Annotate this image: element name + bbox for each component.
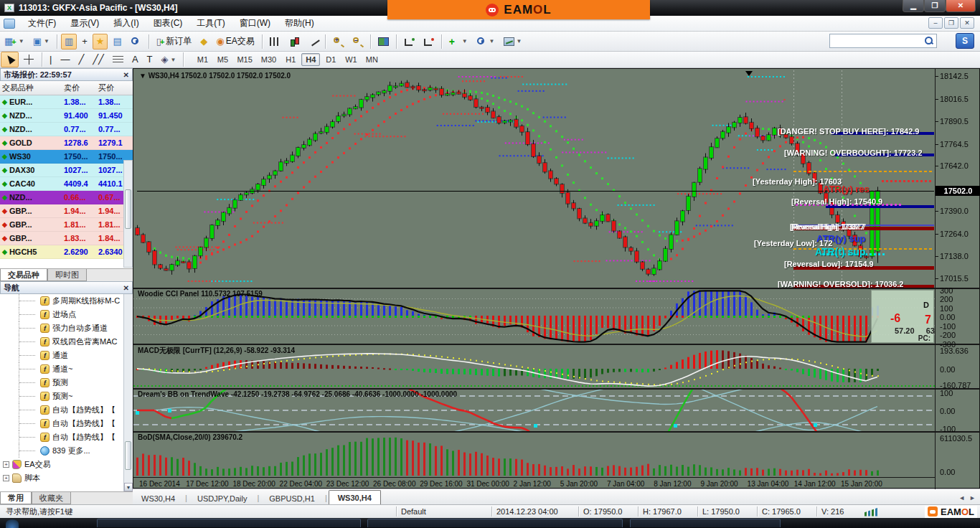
market-watch-col-0[interactable]: 交易品种 [0, 82, 64, 93]
horizontal-line-tool[interactable]: — [57, 52, 73, 67]
market-watch-col-2[interactable]: 买价 [98, 82, 133, 93]
market-watch-row-eur[interactable]: ◆EUR...1.38...1.38... [0, 95, 133, 109]
menu-item-1[interactable]: 显示(V) [63, 15, 106, 32]
periods-button[interactable]: ▼ [473, 34, 499, 50]
market-watch-row-nzd[interactable]: ◆NZD...91.40091.450 [0, 109, 133, 123]
navigator-tab-0[interactable]: 常用 [0, 492, 32, 504]
navigator-item[interactable]: 839 更多... [0, 444, 133, 458]
taskbar-item[interactable] [367, 519, 623, 527]
community-chat-button[interactable]: S [956, 33, 974, 49]
market-watch-row-gold[interactable]: ◆GOLD1278.61279.1 [0, 136, 133, 150]
navigator-toggle[interactable]: ★ [93, 34, 108, 50]
market-watch-col-1[interactable]: 卖价 [64, 82, 98, 93]
cursor-move-toggle[interactable]: + [78, 34, 91, 50]
cursor-tool[interactable] [1, 52, 19, 67]
time-axis[interactable]: 16 Dec 201417 Dec 12:0018 Dec 20:0022 De… [133, 477, 935, 489]
navigator-item[interactable]: f预测~ [0, 390, 133, 403]
new-order-button[interactable]: ▯+新订单 [153, 34, 196, 50]
text-tool[interactable]: A [128, 52, 142, 67]
profiles-button[interactable]: ▣▼ [29, 34, 53, 50]
menu-item-0[interactable]: 文件(F) [21, 15, 63, 32]
chart-tab-1[interactable]: USDJPY,Daily [189, 492, 256, 504]
navigator-item[interactable]: f进场点 [0, 308, 133, 321]
candle-chart-button[interactable] [286, 34, 303, 50]
taskbar[interactable] [0, 518, 980, 528]
taskbar-item[interactable] [97, 519, 361, 527]
chart-tab-2[interactable]: GBPUSD,H1 [260, 492, 324, 504]
navigator-item[interactable]: f通道~ [0, 362, 133, 376]
timeframe-w1[interactable]: W1 [341, 53, 361, 66]
menu-item-3[interactable]: 图表(C) [146, 15, 190, 32]
timeframe-m30[interactable]: M30 [258, 53, 280, 66]
navigator-tab-1[interactable]: 收藏夹 [32, 492, 71, 504]
indicators-button[interactable]: +▼ [446, 34, 471, 50]
menu-item-5[interactable]: 窗口(W) [232, 15, 278, 32]
navigator-item[interactable]: f自动【趋势线】【 [0, 417, 133, 430]
navigator-item[interactable]: f多周期K线指标M-C [0, 294, 133, 308]
timeframe-m5[interactable]: M5 [213, 53, 232, 66]
terminal-toggle[interactable]: ▤ [109, 34, 125, 50]
menu-item-2[interactable]: 插入(I) [106, 15, 146, 32]
market-watch-row-nzd[interactable]: ◆NZD...0.66...0.67... [0, 191, 133, 204]
tab-scroll-left-icon[interactable]: ◄ [958, 494, 965, 501]
timeframe-h4[interactable]: H4 [301, 53, 320, 66]
menu-item-6[interactable]: 帮助(H) [278, 15, 321, 32]
navigator-close-icon[interactable]: ✕ [123, 284, 129, 292]
restore-button[interactable]: ❐ [924, 0, 946, 12]
navigator-item[interactable]: f自动【趋势线】【 [0, 403, 133, 417]
status-profile[interactable]: Default [401, 507, 487, 516]
timeframe-m1[interactable]: M1 [193, 53, 212, 66]
navigator-item[interactable]: f强力自动多通道 [0, 321, 133, 335]
auto-scroll-toggle[interactable] [400, 34, 418, 50]
navigator-item[interactable]: +EA交易 [0, 458, 133, 471]
line-chart-button[interactable] [305, 34, 321, 50]
shapes-tool[interactable]: ◈▼ [158, 52, 180, 67]
market-watch-row-gbp[interactable]: ◆GBP...1.83...1.84... [0, 232, 133, 245]
fibonacci-tool[interactable] [109, 52, 127, 67]
bod-canvas[interactable] [133, 432, 935, 477]
zoom-in-button[interactable]: + [329, 34, 347, 50]
chart-window[interactable]: ▼ WS30,H4 17502.0 17502.0 17502.0 17502.… [133, 68, 980, 489]
market-watch-header[interactable]: 市场报价: 22:59:57 ✕ [0, 68, 133, 81]
strategy-tester-toggle[interactable] [127, 34, 145, 50]
ea-trading-toggle[interactable]: ◉EA交易 [212, 34, 258, 50]
market-watch-row-dax30[interactable]: ◆DAX301027...1027... [0, 164, 133, 177]
trendline-tool[interactable]: ╱ [75, 52, 88, 67]
bar-chart-button[interactable] [266, 34, 284, 50]
market-watch-close-icon[interactable]: ✕ [123, 71, 129, 79]
timeframe-h1[interactable]: H1 [281, 53, 300, 66]
timeframe-d1[interactable]: D1 [321, 53, 340, 66]
market-watch-row-gbp[interactable]: ◆GBP...1.81...1.81... [0, 218, 133, 232]
navigator-item[interactable]: +脚本 [0, 471, 133, 485]
chart-tab-3[interactable]: WS30,H4 [329, 490, 381, 504]
minimize-button[interactable]: ▁ [903, 0, 924, 12]
channel-tool[interactable]: ╱╱ [89, 52, 108, 67]
mdi-close-button[interactable]: ✕ [960, 17, 974, 29]
timeframe-mn[interactable]: MN [362, 53, 382, 66]
market-watch-row-nzd[interactable]: ◆NZD...0.77...0.77... [0, 123, 133, 136]
start-orb[interactable] [6, 519, 19, 528]
label-tool[interactable]: T [143, 52, 156, 67]
navigator-scrollbar[interactable]: ▼ [123, 294, 133, 491]
market-watch-toggle[interactable]: ▥ [61, 34, 77, 50]
taskbar-item[interactable] [630, 519, 781, 527]
market-watch-scrollbar[interactable] [123, 160, 133, 268]
navigator-header[interactable]: 导航 ✕ [0, 281, 133, 294]
search-icon[interactable] [924, 36, 934, 46]
menu-item-4[interactable]: 工具(T) [189, 15, 232, 32]
search-input[interactable] [829, 34, 937, 48]
vertical-line-tool[interactable]: | [46, 52, 55, 67]
market-watch-row-ws30[interactable]: ◆WS301750...1750... [0, 150, 133, 164]
tile-windows-button[interactable] [374, 34, 392, 50]
tab-scroll-right-icon[interactable]: ► [969, 494, 976, 501]
navigator-item[interactable]: f双线四色背离MAC [0, 335, 133, 349]
market-watch-tab-0[interactable]: 交易品种 [0, 269, 47, 281]
market-watch-row-cac40[interactable]: ◆CAC404409.44410.1 [0, 177, 133, 191]
chart-shift-toggle[interactable] [420, 34, 438, 50]
market-watch-row-gbp[interactable]: ◆GBP...1.94...1.94... [0, 204, 133, 218]
chart-tab-0[interactable]: WS30,H4 [133, 492, 184, 504]
metaeditor-button[interactable]: ◆ [197, 34, 211, 50]
market-watch-row-hgch5[interactable]: ◆HGCH52.62902.6340 [0, 245, 133, 259]
timeframe-m15[interactable]: M15 [233, 53, 255, 66]
crosshair-tool[interactable] [20, 52, 38, 67]
